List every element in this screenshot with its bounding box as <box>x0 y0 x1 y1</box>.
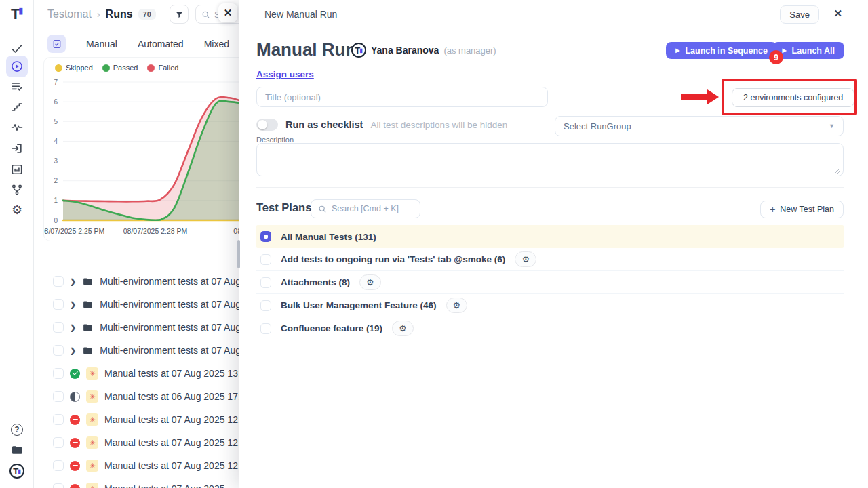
notification-badge: 9 <box>769 50 783 64</box>
help-icon[interactable]: ? <box>6 419 28 441</box>
svg-text:3: 3 <box>54 157 58 165</box>
row-checkbox[interactable] <box>53 460 64 471</box>
test-plans-icon[interactable] <box>6 76 28 98</box>
search-icon <box>318 205 327 214</box>
app-screen: T▮ ⚙ ? <box>0 0 868 488</box>
test-plan-row[interactable]: Attachments (8) ⚙ <box>256 271 844 294</box>
settings-gear-icon[interactable]: ⚙ <box>6 199 28 221</box>
tab-mixed[interactable]: Mixed <box>204 39 229 49</box>
owner-avatar[interactable]: T▮ <box>351 43 366 58</box>
row-checkbox[interactable] <box>53 437 64 448</box>
runs-count-badge: 70 <box>138 9 156 20</box>
test-plan-row[interactable]: Bulk User Management Feature (46) ⚙ <box>256 294 844 317</box>
runs-icon[interactable] <box>6 56 28 77</box>
passed-dot <box>102 64 110 72</box>
checkbox[interactable] <box>260 277 271 288</box>
section-divider <box>256 187 844 188</box>
app-logo[interactable]: T▮ <box>0 5 34 23</box>
rungroup-select[interactable]: Select RunGroup ▼ <box>555 116 844 136</box>
board-view-icon[interactable] <box>47 35 66 53</box>
filter-button[interactable] <box>170 5 189 24</box>
row-checkbox[interactable] <box>53 391 64 402</box>
profile-avatar[interactable]: T▮ <box>6 460 28 482</box>
skipped-dot <box>55 64 62 72</box>
breadcrumb-separator: › <box>97 9 100 20</box>
checklist-toggle[interactable] <box>256 119 278 131</box>
checkbox[interactable] <box>260 323 271 334</box>
chevron-right-icon[interactable]: ❯ <box>70 323 76 332</box>
row-checkbox[interactable] <box>53 345 64 356</box>
test-plans-heading: Test Plans <box>256 201 311 214</box>
chevron-right-icon[interactable]: ❯ <box>70 300 76 309</box>
owner-name: Yana Baranova <box>371 45 439 56</box>
legend-skipped: Skipped <box>55 64 93 72</box>
test-plan-row[interactable]: Confluence feature (19) ⚙ <box>256 317 844 340</box>
funnel-icon <box>174 9 184 20</box>
clear-search-button[interactable]: ✕ <box>218 3 237 22</box>
row-checkbox[interactable] <box>53 299 64 310</box>
test-plan-label: Bulk User Management Feature (46) <box>281 300 437 310</box>
svg-text:4: 4 <box>54 138 58 145</box>
manual-run-emoji-icon: ✳ <box>86 436 98 449</box>
run-label[interactable]: Manual tests at 07 Aug 2025 12:42 <box>104 437 251 448</box>
row-checkbox[interactable] <box>53 483 64 488</box>
branch-icon[interactable] <box>6 179 28 201</box>
run-as-checklist-row: Run as checklist All test descriptions w… <box>256 119 507 131</box>
folder-icon <box>82 276 94 287</box>
test-plan-row[interactable]: All Manual Tests (131) <box>256 225 844 248</box>
launch-in-sequence-button[interactable]: ▶ Launch in Sequence <box>666 42 777 59</box>
analytics-icon[interactable] <box>6 159 28 180</box>
library-icon[interactable] <box>6 439 28 461</box>
row-checkbox[interactable] <box>53 276 64 287</box>
run-title-input[interactable] <box>256 87 548 107</box>
description-textarea[interactable] <box>256 143 844 176</box>
launch-all-button[interactable]: ▶ Launch All <box>772 42 844 59</box>
breadcrumb-project[interactable]: Testomat <box>47 8 92 20</box>
run-label[interactable]: Manual tests at 06 Aug 2025 17:06 <box>104 391 251 402</box>
scrollbar-thumb[interactable] <box>237 240 240 268</box>
import-icon[interactable] <box>6 138 28 159</box>
plan-settings-gear-icon[interactable]: ⚙ <box>446 298 468 313</box>
status-in-progress-icon <box>70 392 80 402</box>
chevron-down-icon: ▼ <box>829 123 835 129</box>
environments-configured-button[interactable]: 2 environments configured <box>732 88 854 107</box>
run-label[interactable]: Manual tests at 07 Aug 2025 12:35 <box>104 460 251 471</box>
row-checkbox[interactable] <box>53 322 64 333</box>
x-tick-1: 08/07/2025 2:25 PM <box>43 227 104 235</box>
run-label[interactable]: Manual tests at 07 Aug 2025 <box>104 483 224 488</box>
folder-icon <box>82 322 94 333</box>
test-plan-label: All Manual Tests (131) <box>281 232 376 242</box>
legend-passed: Passed <box>102 64 138 72</box>
svg-text:0: 0 <box>54 217 58 224</box>
test-plan-row[interactable]: Add tests to ongoing run via 'Tests' tab… <box>256 248 844 271</box>
plan-settings-gear-icon[interactable]: ⚙ <box>359 274 381 290</box>
page-title: Runs <box>106 8 133 20</box>
row-checkbox[interactable] <box>53 368 64 379</box>
test-plans-search-input[interactable]: Search [Cmd + K] <box>311 199 420 218</box>
close-icon[interactable]: ✕ <box>833 7 842 20</box>
milestones-icon[interactable] <box>6 96 28 118</box>
checkbox[interactable] <box>260 254 271 265</box>
close-icon: ✕ <box>224 7 233 19</box>
status-passed-icon <box>70 369 80 379</box>
new-test-plan-button[interactable]: + New Test Plan <box>760 201 844 218</box>
row-checkbox[interactable] <box>53 414 64 425</box>
pulse-icon[interactable] <box>6 117 28 138</box>
chevron-right-icon[interactable]: ❯ <box>70 277 76 286</box>
checkbox-checked[interactable] <box>260 231 271 242</box>
test-plan-label: Attachments (8) <box>281 277 350 287</box>
assign-users-link[interactable]: Assign users <box>256 69 314 79</box>
run-label[interactable]: Manual tests at 07 Aug 2025 12:43 <box>104 414 251 425</box>
run-label[interactable]: Manual tests at 07 Aug 2025 13:02 <box>104 368 251 379</box>
x-tick-2: 08/07/2025 2:28 PM <box>123 227 188 235</box>
checklist-hint: All test descriptions will be hidden <box>370 120 507 130</box>
chevron-right-icon[interactable]: ❯ <box>70 346 76 355</box>
plan-settings-gear-icon[interactable]: ⚙ <box>515 251 536 267</box>
checkbox[interactable] <box>260 300 271 311</box>
save-button[interactable]: Save <box>780 5 819 24</box>
plan-settings-gear-icon[interactable]: ⚙ <box>392 321 414 336</box>
tab-manual[interactable]: Manual <box>86 39 117 49</box>
play-icon: ▶ <box>675 47 679 54</box>
manual-run-emoji-icon: ✳ <box>86 413 98 426</box>
tab-automated[interactable]: Automated <box>138 39 184 49</box>
